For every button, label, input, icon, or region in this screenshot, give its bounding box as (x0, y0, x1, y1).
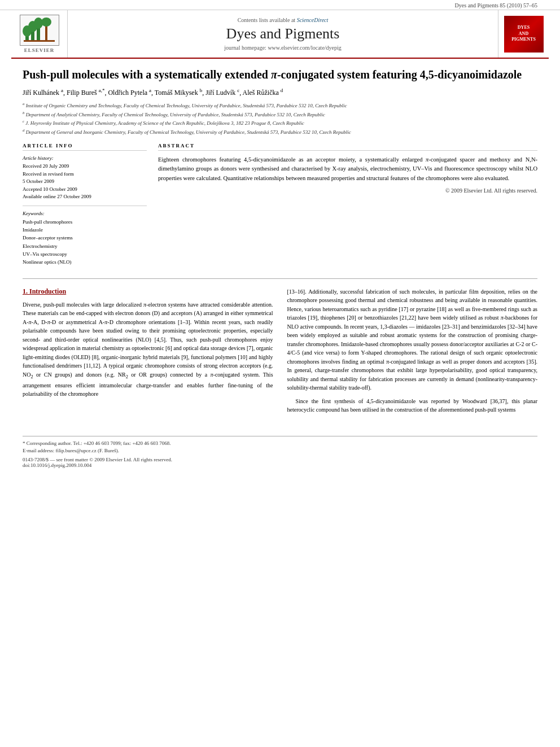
homepage-url[interactable]: www.elsevier.com/locate/dyepig (268, 45, 341, 51)
article-info-column: ARTICLE INFO Article history: Received 2… (23, 143, 147, 270)
footer-ids: 0143-7208/$ — see front matter © 2009 El… (23, 457, 537, 468)
doi-line: doi:10.1016/j.dyepig.2009.10.004 (23, 462, 537, 468)
journal-homepage: journal homepage: www.elsevier.com/locat… (224, 45, 342, 51)
keyword-3: Donor–acceptor systems (23, 234, 147, 242)
copyright-line: © 2009 Elsevier Ltd. All rights reserved… (158, 187, 537, 194)
history-accepted: Accepted 10 October 2009 (23, 186, 147, 194)
affiliations: a Institute of Organic Chemistry and Tec… (23, 101, 537, 136)
dyes-pigments-logo: DYES AND PIGMENTS (504, 16, 544, 53)
keywords-label: Keywords: (23, 211, 147, 216)
journal-header: ELSEVIER Contents lists available at Sci… (11, 10, 549, 59)
body-two-col: 1. Introduction Diverse, push-pull molec… (23, 287, 537, 419)
section-1-title: 1. Introduction (23, 287, 273, 296)
email-note: E-mail address: filip.bures@upce.cz (F. … (23, 447, 537, 455)
intro-para-2: [13–16]. Additionally, successful fabric… (287, 287, 538, 392)
elsevier-logo-box (20, 15, 59, 46)
section-divider (23, 278, 537, 279)
intro-para-1: Diverse, push-pull molecules with large … (23, 300, 273, 399)
affiliation-a: a Institute of Organic Chemistry and Tec… (23, 101, 537, 110)
homepage-prefix: journal homepage: (224, 45, 266, 51)
abstract-column: ABSTRACT Eighteen chromophores featuring… (158, 143, 537, 270)
email-address[interactable]: filip.bures@upce.cz (55, 448, 96, 453)
history-online: Available online 27 October 2009 (23, 193, 147, 201)
abstract-label: ABSTRACT (158, 143, 537, 151)
history-revised-label: Received in revised form (23, 171, 147, 178)
svg-point-7 (41, 18, 51, 27)
article-info-label: ARTICLE INFO (23, 143, 147, 151)
svg-rect-8 (24, 40, 55, 42)
keyword-4: Electrochemistry (23, 242, 147, 250)
logo-line-3: PIGMENTS (511, 37, 536, 42)
history-revised-date: 5 October 2009 (23, 178, 147, 186)
sciencedirect-line: Contents lists available at ScienceDirec… (238, 17, 329, 23)
keyword-2: Imidazole (23, 226, 147, 234)
abstract-text: Eighteen chromophores featuring 4,5-dicy… (158, 155, 537, 183)
page: Dyes and Pigments 85 (2010) 57–65 ELSEVI… (0, 0, 560, 474)
body-col-left-text: Diverse, push-pull molecules with large … (23, 300, 273, 399)
email-label: E-mail address: (23, 448, 54, 453)
article-info-abstract-section: ARTICLE INFO Article history: Received 2… (23, 143, 537, 270)
history-section: Article history: Received 20 July 2009 R… (23, 155, 147, 206)
journal-title: Dyes and Pigments (226, 25, 340, 42)
journal-volume-info: Dyes and Pigments 85 (2010) 57–65 (455, 2, 537, 8)
affiliation-b: b Department of Analytical Chemistry, Fa… (23, 110, 537, 119)
body-col-right: [13–16]. Additionally, successful fabric… (287, 287, 538, 419)
body-col-left: 1. Introduction Diverse, push-pull molec… (23, 287, 273, 419)
intro-para-3: Since the first synthesis of 4,5-dicyano… (287, 397, 538, 414)
elsevier-tree-icon (23, 18, 56, 43)
affiliation-c: c J. Heyrovsky Institute of Physical Che… (23, 119, 537, 128)
keyword-6: Nonlinear optics (NLO) (23, 258, 147, 266)
top-bar: Dyes and Pigments 85 (2010) 57–65 (0, 0, 560, 10)
logo-line-2: AND (519, 31, 528, 37)
body-col-right-text: [13–16]. Additionally, successful fabric… (287, 287, 538, 414)
email-person-note: (F. Bureš). (98, 448, 119, 453)
elsevier-logo-section: ELSEVIER (11, 10, 68, 58)
corresponding-note: * Corresponding author. Tel.: +420 46 60… (23, 440, 537, 448)
sciencedirect-link[interactable]: ScienceDirect (297, 17, 329, 23)
history-received: Received 20 July 2009 (23, 163, 147, 171)
authors-line: Jiří Kulhánek a, Filip Bureš a,*, Oldřic… (23, 87, 537, 98)
affiliation-d: d Department of General and Inorganic Ch… (23, 128, 537, 137)
keywords-section: Keywords: Push-pull chromophores Imidazo… (23, 211, 147, 270)
article-title: Push-pull molecules with a systematicall… (23, 67, 537, 82)
footer: * Corresponding author. Tel.: +420 46 60… (23, 436, 537, 474)
elsevier-label: ELSEVIER (24, 47, 55, 53)
logo-line-1: DYES (518, 25, 530, 30)
journal-logo-right: DYES AND PIGMENTS (498, 10, 549, 58)
asterisk-note: * Corresponding author. Tel.: +420 46 60… (23, 440, 171, 446)
sciencedirect-prefix: Contents lists available at (238, 17, 295, 23)
main-content: Push-pull molecules with a systematicall… (0, 59, 560, 430)
issn-line: 0143-7208/$ — see front matter © 2009 El… (23, 457, 537, 462)
keyword-5: UV–Vis spectroscopy (23, 250, 147, 258)
keyword-1: Push-pull chromophores (23, 218, 147, 226)
journal-center-section: Contents lists available at ScienceDirec… (68, 10, 498, 58)
history-label: Article history: (23, 155, 147, 161)
